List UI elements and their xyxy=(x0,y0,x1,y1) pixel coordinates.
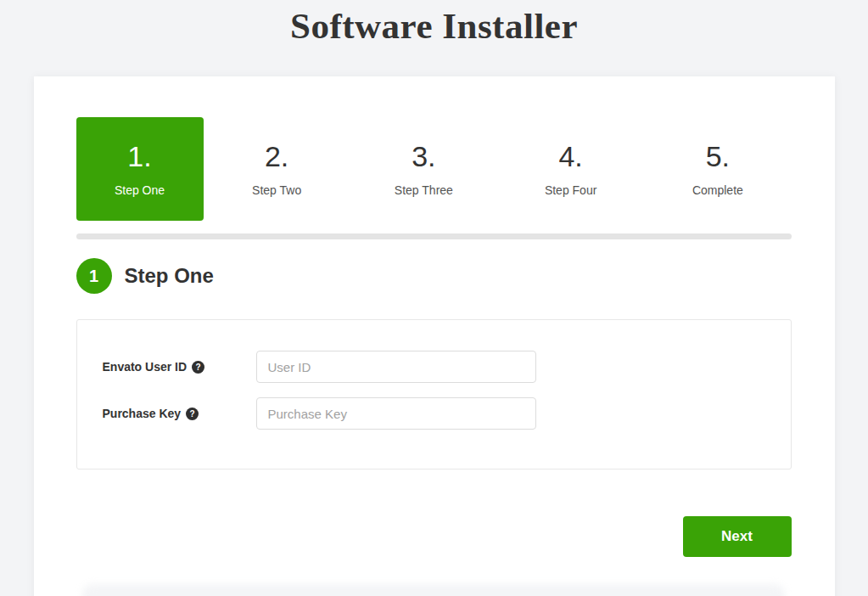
step-one-form-panel: Envato User ID ? Purchase Key ? xyxy=(76,319,792,469)
help-circle-icon[interactable]: ? xyxy=(192,361,204,374)
step-label: Step Four xyxy=(545,183,596,197)
step-wizard: 1. Step One 2. Step Two 3. Step Three 4.… xyxy=(76,117,792,221)
next-button[interactable]: Next xyxy=(683,516,792,557)
purchase-key-input[interactable] xyxy=(256,397,536,430)
section-title: Step One xyxy=(125,264,214,288)
step-label: Step Three xyxy=(395,183,453,197)
purchase-key-label-text: Purchase Key xyxy=(103,407,182,420)
wizard-step-one[interactable]: 1. Step One xyxy=(76,117,204,221)
step-label: Step Two xyxy=(252,183,301,197)
envato-user-id-input[interactable] xyxy=(256,351,536,383)
step-label: Step One xyxy=(115,183,165,197)
help-circle-icon[interactable]: ? xyxy=(186,408,199,420)
envato-user-id-label-text: Envato User ID xyxy=(103,360,188,374)
step-number: 2. xyxy=(265,141,288,172)
step-number: 5. xyxy=(706,141,730,172)
section-heading: 1 Step One xyxy=(76,258,792,294)
step-number: 4. xyxy=(558,141,582,172)
step-number: 3. xyxy=(412,141,435,172)
wizard-step-four[interactable]: 4. Step Four xyxy=(497,117,644,221)
wizard-step-three[interactable]: 3. Step Three xyxy=(350,117,497,221)
page-title: Software Installer xyxy=(0,0,868,47)
form-row-envato-user-id: Envato User ID ? xyxy=(103,351,765,383)
next-section-peek-panel xyxy=(82,584,785,596)
purchase-key-label: Purchase Key ? xyxy=(103,407,256,420)
step-label: Complete xyxy=(692,183,743,197)
wizard-step-two[interactable]: 2. Step Two xyxy=(204,117,350,221)
form-row-purchase-key: Purchase Key ? xyxy=(103,397,765,430)
wizard-step-complete[interactable]: 5. Complete xyxy=(644,117,791,221)
progress-track xyxy=(76,233,792,239)
actions-bar: Next xyxy=(76,516,792,557)
installer-card: 1. Step One 2. Step Two 3. Step Three 4.… xyxy=(34,76,835,596)
step-one-badge: 1 xyxy=(76,258,112,294)
envato-user-id-label: Envato User ID ? xyxy=(103,360,256,374)
step-number: 1. xyxy=(127,141,151,172)
